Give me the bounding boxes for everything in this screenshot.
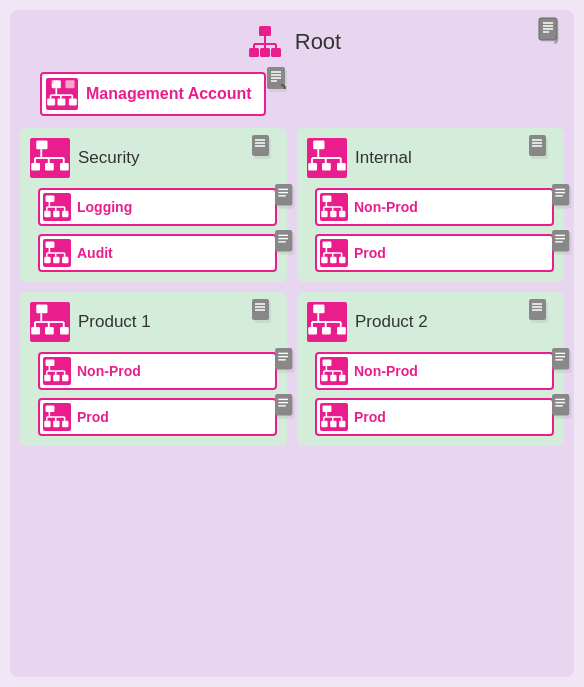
- ou-security: Security: [20, 128, 287, 282]
- ou-product2-header: Product 2: [307, 302, 554, 342]
- svg-rect-187: [323, 406, 332, 412]
- management-account-row: Management Account: [20, 72, 564, 116]
- svg-rect-57: [275, 184, 292, 206]
- svg-rect-147: [53, 421, 59, 427]
- product1-nonprod-label: Non-Prod: [77, 363, 141, 379]
- audit-label: Audit: [77, 245, 113, 261]
- root-scroll-icon: [538, 16, 564, 48]
- product1-nonprod-account[interactable]: Non-Prod: [38, 352, 277, 390]
- svg-rect-75: [313, 141, 324, 150]
- ou-security-header: Security: [30, 138, 277, 178]
- ou-product1-label: Product 1: [78, 312, 151, 332]
- svg-rect-183: [552, 348, 569, 370]
- svg-rect-105: [330, 257, 336, 263]
- svg-rect-18: [57, 99, 65, 106]
- product1-nonprod-icon: [43, 357, 71, 385]
- internal-prod-scroll-icon: [552, 230, 578, 262]
- svg-rect-33: [36, 141, 47, 150]
- management-account-label: Management Account: [86, 85, 252, 103]
- product1-prod-account[interactable]: Prod: [38, 398, 277, 436]
- svg-rect-50: [62, 211, 68, 217]
- svg-rect-176: [339, 375, 345, 381]
- svg-rect-64: [62, 257, 68, 263]
- audit-account[interactable]: Audit: [38, 234, 277, 272]
- ou-security-scroll-icon: [251, 134, 277, 166]
- svg-rect-103: [323, 242, 332, 248]
- root-label: Root: [295, 29, 341, 55]
- svg-rect-47: [46, 196, 55, 202]
- product2-accounts: Non-Prod: [307, 352, 554, 436]
- svg-rect-63: [53, 257, 59, 263]
- svg-rect-175: [330, 375, 336, 381]
- ou-product1: Product 1: [20, 292, 287, 446]
- svg-rect-118: [31, 327, 40, 335]
- svg-rect-0: [259, 26, 271, 36]
- product2-nonprod-icon: [320, 357, 348, 385]
- ou-product1-header: Product 1: [30, 302, 277, 342]
- svg-rect-155: [275, 394, 292, 416]
- ou-product2-scroll-icon: [528, 298, 554, 330]
- management-account-box[interactable]: Management Account: [40, 72, 266, 116]
- svg-rect-78: [337, 163, 346, 171]
- svg-rect-132: [44, 375, 50, 381]
- svg-rect-106: [339, 257, 345, 263]
- svg-rect-146: [44, 421, 50, 427]
- svg-rect-34: [31, 163, 40, 171]
- product2-prod-label: Prod: [354, 409, 386, 425]
- root-header: Root: [20, 20, 564, 64]
- svg-rect-134: [62, 375, 68, 381]
- ou-internal-scroll-icon: [528, 134, 554, 166]
- product1-accounts: Non-Prod: [30, 352, 277, 436]
- svg-rect-2: [260, 48, 270, 57]
- ou-internal-icon: [307, 138, 347, 178]
- svg-rect-148: [62, 421, 68, 427]
- svg-rect-19: [69, 99, 77, 106]
- svg-rect-3: [271, 48, 281, 57]
- internal-prod-account[interactable]: Prod: [315, 234, 554, 272]
- svg-rect-1: [249, 48, 259, 57]
- root-icon: [243, 20, 287, 64]
- svg-rect-197: [552, 394, 569, 416]
- ou-product1-icon: [30, 302, 70, 342]
- product2-prod-account[interactable]: Prod: [315, 398, 554, 436]
- product2-nonprod-account[interactable]: Non-Prod: [315, 352, 554, 390]
- ou-product1-scroll-icon: [251, 298, 277, 330]
- audit-icon: [43, 239, 71, 267]
- svg-rect-89: [323, 196, 332, 202]
- product2-prod-scroll-icon: [552, 394, 578, 426]
- internal-prod-label: Prod: [354, 245, 386, 261]
- ou-security-label: Security: [78, 148, 139, 168]
- product1-prod-icon: [43, 403, 71, 431]
- product2-prod-icon: [320, 403, 348, 431]
- logging-icon: [43, 193, 71, 221]
- internal-accounts: Non-Prod: [307, 188, 554, 272]
- svg-rect-104: [321, 257, 327, 263]
- product2-nonprod-scroll-icon: [552, 348, 578, 380]
- svg-rect-17: [47, 99, 55, 106]
- internal-nonprod-account[interactable]: Non-Prod: [315, 188, 554, 226]
- svg-rect-117: [36, 305, 47, 314]
- svg-rect-173: [323, 360, 332, 366]
- svg-rect-77: [322, 163, 331, 171]
- management-account-icon: [46, 78, 78, 110]
- logging-label: Logging: [77, 199, 132, 215]
- svg-rect-133: [53, 375, 59, 381]
- svg-rect-48: [44, 211, 50, 217]
- ou-security-icon: [30, 138, 70, 178]
- svg-rect-160: [308, 327, 317, 335]
- root-container: Root: [10, 10, 574, 677]
- svg-rect-92: [339, 211, 345, 217]
- svg-rect-35: [45, 163, 54, 171]
- ou-grid: Security: [20, 128, 564, 446]
- svg-rect-113: [552, 230, 569, 252]
- internal-nonprod-scroll-icon: [552, 184, 578, 216]
- internal-nonprod-icon: [320, 193, 348, 221]
- logging-account[interactable]: Logging: [38, 188, 277, 226]
- svg-rect-162: [337, 327, 346, 335]
- svg-rect-120: [60, 327, 69, 335]
- svg-rect-71: [275, 230, 292, 252]
- svg-rect-161: [322, 327, 331, 335]
- svg-rect-188: [321, 421, 327, 427]
- svg-rect-25: [65, 80, 74, 88]
- security-accounts: Logging: [30, 188, 277, 272]
